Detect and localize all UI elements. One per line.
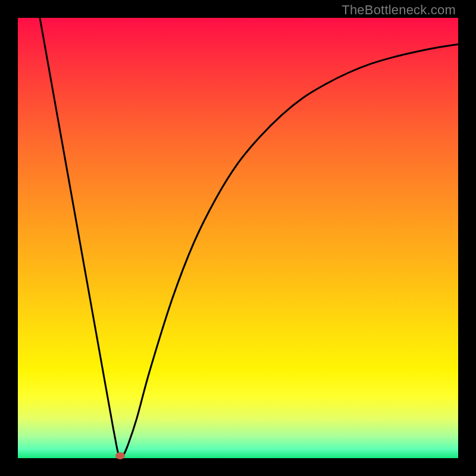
optimal-point-marker [115,452,125,459]
border-right [458,0,476,476]
curve-svg [18,18,458,458]
watermark-text: TheBottleneck.com [342,2,456,18]
border-left [0,0,18,476]
border-bottom [0,458,476,476]
chart-frame: TheBottleneck.com [0,0,476,476]
bottleneck-curve [40,18,458,458]
